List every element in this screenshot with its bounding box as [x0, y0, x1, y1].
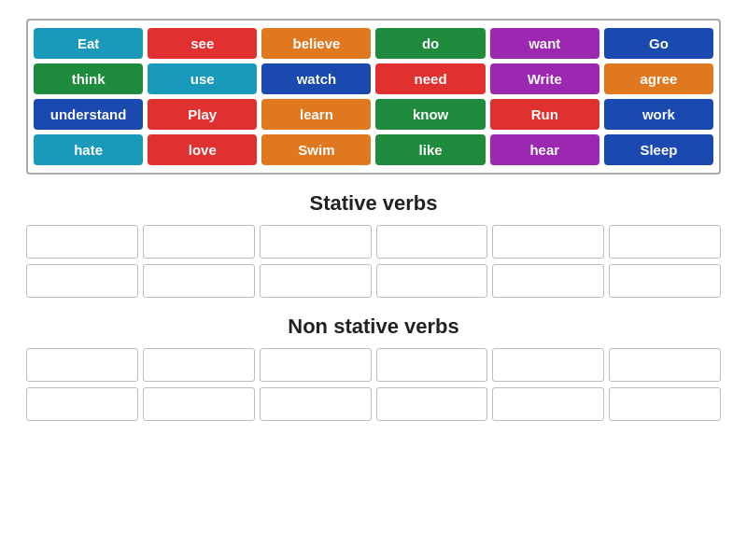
non-stative-drop-cell[interactable]	[143, 348, 255, 382]
non-stative-drop-row-2	[26, 387, 721, 421]
stative-drop-cell[interactable]	[143, 264, 255, 298]
word-tile-use[interactable]: use	[148, 63, 257, 94]
word-tile-swim[interactable]: Swim	[261, 134, 371, 165]
non-stative-drop-cell[interactable]	[376, 348, 488, 382]
stative-drop-cell[interactable]	[143, 225, 255, 259]
stative-drop-cell[interactable]	[376, 225, 488, 259]
word-tile-watch[interactable]: watch	[261, 63, 371, 94]
stative-drop-cell[interactable]	[609, 264, 721, 298]
stative-drop-cell[interactable]	[26, 264, 138, 298]
non-stative-drop-cell[interactable]	[26, 387, 138, 421]
word-tile-go[interactable]: Go	[604, 28, 713, 59]
word-tile-hate[interactable]: hate	[34, 134, 143, 165]
non-stative-drop-cell[interactable]	[492, 387, 604, 421]
word-tile-work[interactable]: work	[604, 99, 713, 130]
word-tile-agree[interactable]: agree	[604, 63, 713, 94]
word-tile-know[interactable]: know	[375, 99, 485, 130]
non-stative-drop-cell[interactable]	[26, 348, 138, 382]
word-tile-believe[interactable]: believe	[261, 28, 371, 59]
non-stative-drop-row-1	[26, 348, 721, 382]
word-tile-think[interactable]: think	[34, 63, 143, 94]
stative-drop-cell[interactable]	[492, 225, 604, 259]
word-tile-want[interactable]: want	[490, 28, 599, 59]
non-stative-drop-cell[interactable]	[609, 348, 721, 382]
stative-drop-row-1	[26, 225, 721, 259]
stative-drop-cell[interactable]	[26, 225, 138, 259]
word-tile-learn[interactable]: learn	[261, 99, 371, 130]
stative-drop-row-2	[26, 264, 721, 298]
word-tile-sleep[interactable]: Sleep	[604, 134, 713, 165]
main-container: EatseebelievedowantGothinkusewatchneedWr…	[0, 0, 747, 445]
stative-drop-cell[interactable]	[376, 264, 488, 298]
non-stative-drop-cell[interactable]	[260, 348, 372, 382]
non-stative-drop-cell[interactable]	[492, 348, 604, 382]
word-tile-need[interactable]: need	[375, 63, 485, 94]
stative-drop-cell[interactable]	[609, 225, 721, 259]
non-stative-drop-cell[interactable]	[260, 387, 372, 421]
non-stative-drop-cell[interactable]	[609, 387, 721, 421]
non-stative-drop-cell[interactable]	[376, 387, 488, 421]
non-stative-section-title: Non stative verbs	[26, 315, 721, 339]
stative-drop-cell[interactable]	[260, 225, 372, 259]
word-tile-love[interactable]: love	[148, 134, 257, 165]
stative-section-title: Stative verbs	[26, 191, 721, 216]
stative-drop-cell[interactable]	[260, 264, 372, 298]
word-bank: EatseebelievedowantGothinkusewatchneedWr…	[26, 19, 721, 175]
word-tile-understand[interactable]: understand	[34, 99, 143, 130]
word-tile-see[interactable]: see	[148, 28, 257, 59]
word-tile-do[interactable]: do	[375, 28, 485, 59]
word-tile-run[interactable]: Run	[490, 99, 599, 130]
word-tile-play[interactable]: Play	[148, 99, 257, 130]
word-tile-eat[interactable]: Eat	[34, 28, 143, 59]
stative-drop-cell[interactable]	[492, 264, 604, 298]
word-tile-hear[interactable]: hear	[490, 134, 599, 165]
word-tile-like[interactable]: like	[375, 134, 485, 165]
word-tile-write[interactable]: Write	[490, 63, 599, 94]
non-stative-drop-cell[interactable]	[143, 387, 255, 421]
